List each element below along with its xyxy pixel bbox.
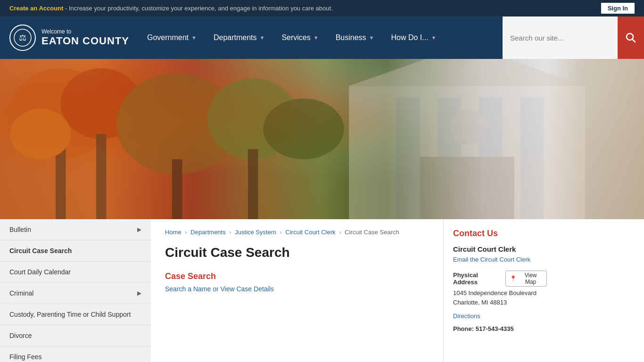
- breadcrumb-sep: ›: [229, 229, 231, 236]
- address-label-text: Physical Address: [453, 272, 503, 286]
- nav-label-services: Services: [281, 33, 310, 42]
- logo-county-name: EATON COUNTY: [41, 35, 129, 47]
- contact-street: 1045 Independence Boulevard: [453, 288, 547, 298]
- chevron-down-icon: ▼: [369, 35, 374, 41]
- top-bar-left: Create an Account - Increase your produc…: [9, 5, 333, 12]
- nav-label-departments: Departments: [214, 33, 257, 42]
- top-bar-tagline: - Increase your productivity, customize …: [65, 5, 333, 12]
- svg-rect-16: [56, 144, 66, 219]
- case-search-title: Case Search: [165, 272, 429, 281]
- svg-rect-17: [96, 134, 106, 219]
- sidebar-label-criminal: Criminal: [9, 289, 33, 297]
- sidebar-item-criminal[interactable]: Criminal ▶: [0, 283, 151, 304]
- chevron-down-icon: ▼: [191, 35, 197, 41]
- breadcrumb-sep: ›: [185, 229, 187, 236]
- main-nav: Government ▼ Departments ▼ Services ▼ Bu…: [139, 16, 503, 59]
- header: ⚖ Welcome to EATON COUNTY Government ▼ D…: [0, 16, 644, 59]
- sidebar-label-court-daily-calendar: Court Daily Calendar: [9, 268, 71, 276]
- svg-rect-18: [172, 159, 182, 219]
- nav-item-business[interactable]: Business ▼: [327, 16, 383, 59]
- view-map-button[interactable]: 📍 View Map: [505, 271, 547, 287]
- case-search-link[interactable]: Search a Name or View Case Details: [165, 285, 274, 293]
- sidebar-item-filing-fees[interactable]: Filing Fees: [0, 346, 151, 362]
- sidebar-label-custody: Custody, Parenting Time or Child Support: [9, 311, 131, 318]
- breadcrumb-justice-system[interactable]: Justice System: [235, 229, 276, 236]
- breadcrumb: Home › Departments › Justice System › Ci…: [165, 229, 429, 236]
- logo-welcome: Welcome to: [41, 28, 129, 35]
- content-area: Bulletin ▶ Circuit Case Search Court Dai…: [0, 219, 644, 362]
- hero-image: [0, 59, 644, 219]
- sidebar-label-filing-fees: Filing Fees: [9, 353, 41, 361]
- nav-label-government: Government: [147, 33, 189, 42]
- breadcrumb-circuit-court-clerk[interactable]: Circuit Court Clerk: [285, 229, 335, 236]
- view-map-label: View Map: [519, 272, 543, 285]
- nav-item-how-do-i[interactable]: How Do I... ▼: [382, 16, 445, 59]
- arrow-icon: ▶: [137, 226, 141, 233]
- top-bar: Create an Account - Increase your produc…: [0, 0, 644, 16]
- svg-rect-19: [248, 149, 258, 219]
- right-sidebar-contact: Contact Us Circuit Court Clerk Email the…: [443, 219, 556, 362]
- sidebar-label-divorce: Divorce: [9, 332, 32, 339]
- nav-label-business: Business: [336, 33, 366, 42]
- arrow-icon: ▶: [137, 290, 141, 296]
- sidebar-item-circuit-case-search[interactable]: Circuit Case Search: [0, 240, 151, 262]
- breadcrumb-sep: ›: [339, 229, 341, 236]
- contact-org-name: Circuit Court Clerk: [453, 245, 547, 253]
- chevron-down-icon: ▼: [314, 35, 319, 41]
- search-input[interactable]: [503, 16, 618, 59]
- phone-prefix: Phone:: [453, 325, 476, 332]
- search-area: [503, 16, 644, 59]
- contact-city-state-zip: Charlotte, MI 48813: [453, 298, 547, 307]
- contact-address: 1045 Independence Boulevard Charlotte, M…: [453, 288, 547, 307]
- svg-rect-9: [520, 98, 544, 219]
- svg-text:⚖: ⚖: [19, 33, 26, 42]
- breadcrumb-sep: ›: [280, 229, 281, 236]
- nav-item-government[interactable]: Government ▼: [139, 16, 205, 59]
- directions-link[interactable]: Directions: [453, 313, 547, 320]
- svg-rect-11: [449, 109, 485, 145]
- left-sidebar: Bulletin ▶ Circuit Case Search Court Dai…: [0, 219, 151, 362]
- svg-rect-6: [396, 98, 420, 219]
- sidebar-item-divorce[interactable]: Divorce: [0, 325, 151, 346]
- chevron-down-icon: ▼: [431, 35, 437, 41]
- contact-title: Contact Us: [453, 229, 547, 239]
- contact-phone: Phone: 517-543-4335: [453, 325, 547, 332]
- contact-address-label: Physical Address 📍 View Map: [453, 271, 547, 287]
- main-content: Home › Departments › Justice System › Ci…: [151, 219, 443, 362]
- logo-icon: ⚖: [9, 25, 36, 51]
- sidebar-item-custody[interactable]: Custody, Parenting Time or Child Support: [0, 304, 151, 325]
- svg-line-3: [633, 40, 636, 42]
- sidebar-label-circuit-case-search: Circuit Case Search: [9, 247, 72, 255]
- nav-item-departments[interactable]: Departments ▼: [205, 16, 273, 59]
- sidebar-item-court-daily-calendar[interactable]: Court Daily Calendar: [0, 262, 151, 283]
- breadcrumb-departments[interactable]: Departments: [190, 229, 225, 236]
- svg-point-20: [10, 109, 71, 159]
- page-title: Circuit Case Search: [165, 245, 429, 260]
- svg-rect-10: [420, 157, 514, 219]
- phone-number: 517-543-4335: [476, 325, 514, 332]
- map-pin-icon: 📍: [510, 275, 517, 282]
- logo-area: ⚖ Welcome to EATON COUNTY: [0, 16, 139, 59]
- nav-item-services[interactable]: Services ▼: [273, 16, 327, 59]
- sidebar-item-bulletin[interactable]: Bulletin ▶: [0, 219, 151, 240]
- search-button[interactable]: [618, 16, 644, 59]
- chevron-down-icon: ▼: [260, 35, 265, 41]
- sidebar-label-bulletin: Bulletin: [9, 226, 31, 233]
- svg-point-21: [263, 99, 344, 159]
- nav-label-how-do-i: How Do I...: [391, 33, 428, 42]
- svg-marker-5: [349, 59, 585, 86]
- sign-in-button[interactable]: Sign In: [601, 3, 635, 14]
- breadcrumb-current: Circuit Case Search: [345, 229, 399, 236]
- breadcrumb-home[interactable]: Home: [165, 229, 182, 236]
- contact-email-link[interactable]: Email the Circuit Court Clerk: [453, 256, 547, 263]
- create-account-link[interactable]: Create an Account: [9, 5, 63, 12]
- logo-text: Welcome to EATON COUNTY: [41, 28, 129, 47]
